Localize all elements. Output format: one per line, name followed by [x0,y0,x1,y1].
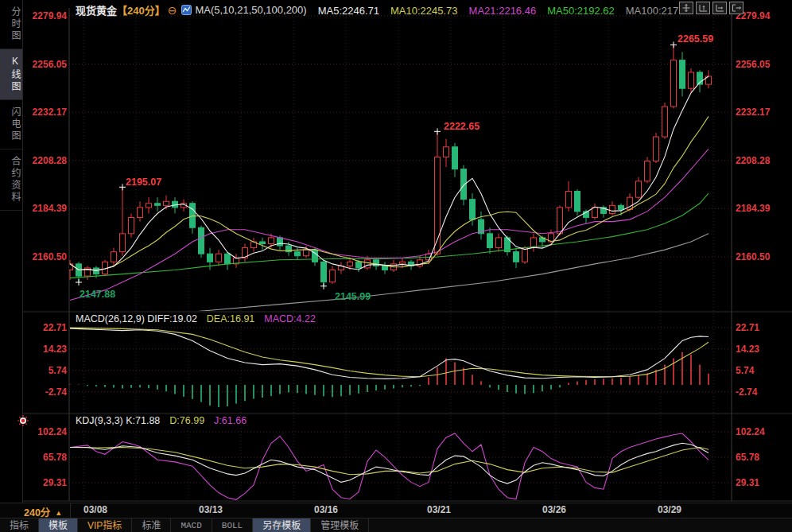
kdj-header: KDJ(9,3,3) K:71.88D:76.99J:61.66 [76,415,256,426]
svg-text:2265.59: 2265.59 [677,33,713,45]
sidebar-item-1[interactable]: K线图 [0,49,22,100]
period-text: 240分 [24,507,50,518]
svg-text:2232.17: 2232.17 [33,107,68,118]
svg-text:2222.65: 2222.65 [444,121,479,132]
svg-text:14.23: 14.23 [43,344,67,355]
svg-text:2145.99: 2145.99 [335,291,371,302]
ma-value-4: MA100:217 [626,5,679,17]
svg-text:2147.88: 2147.88 [80,289,115,300]
scale-axis-icon[interactable] [696,2,710,14]
svg-text:2256.05: 2256.05 [33,59,68,70]
svg-text:2160.50: 2160.50 [33,251,68,262]
kdj-panel-layer [70,433,709,499]
svg-text:2195.07: 2195.07 [126,177,161,188]
toolbar-item-1[interactable]: 模板 [39,518,78,532]
svg-text:2208.28: 2208.28 [736,155,771,166]
svg-text:22.71: 22.71 [43,322,67,333]
toolbar-item-0[interactable]: 指标 [0,518,39,532]
svg-text:22.71: 22.71 [736,322,759,333]
kdj-hdr-label-1: D:76.99 [169,415,204,426]
ma-lines-layer [70,76,709,316]
svg-text:29.31: 29.31 [43,477,67,488]
sidebar: 分时图K线图闪电图合约资料 [0,0,23,503]
pan-icon[interactable] [679,2,693,14]
svg-text:-2.74: -2.74 [45,386,68,398]
svg-text:2184.39: 2184.39 [33,203,68,214]
app-root: 2279.942279.942256.052256.052232.172232.… [0,0,792,532]
macd-hdr-label-0: MACD(26,12,9) DIFF:19.02 [76,313,197,324]
indicator-settings-icon[interactable] [17,414,29,427]
annotations-layer: 2195.072147.882145.992222.652265.59 [76,33,713,302]
kdj-hdr-label-2: J:61.66 [214,415,247,426]
toolbar-item-5[interactable]: BOLL [212,518,253,532]
ma-value-1: MA10:2245.73 [390,5,458,17]
date-label: 03/29 [658,504,681,515]
date-axis-divider [70,503,71,518]
chart-canvas[interactable]: 2279.942279.942256.052256.052232.172232.… [0,0,792,503]
ma-chart-icon [181,5,192,15]
ma-formula: MA(5,10,21,50,100,200) [195,4,306,16]
toolbar-item-4[interactable]: MACD [171,518,212,532]
svg-text:5.74: 5.74 [736,365,755,376]
auto-scroll-icon[interactable] [712,2,727,14]
date-label: 03/08 [83,504,107,515]
toolbar-item-3[interactable]: 标准 [132,518,171,532]
svg-text:29.31: 29.31 [736,477,759,488]
ma-value-2: MA21:2216.46 [469,5,537,17]
bottom-toolbar: 指标模板VIP指标标准MACDBOLL另存模板管理模板 [0,518,792,532]
sidebar-item-2[interactable]: 闪电图 [0,100,22,150]
macd-header: MACD(26,12,9) DIFF:19.02DEA:16.91MACD:4.… [76,313,325,324]
svg-text:65.78: 65.78 [43,452,67,463]
svg-text:2184.39: 2184.39 [736,203,771,214]
period-label: 【240分】 [117,5,165,17]
toolbar-item-7[interactable]: 管理模板 [311,518,369,532]
date-label: 03/13 [199,504,223,515]
instrument-title: 现货黄金 [76,5,117,17]
ma-values: MA5:2246.71MA10:2245.73MA21:2216.46MA50:… [307,3,679,15]
date-label: 03/26 [542,504,566,515]
svg-text:102.24: 102.24 [37,426,67,437]
date-axis: 240分▲ 03/0803/1303/1603/2103/2603/29 [0,503,792,518]
svg-text:2256.05: 2256.05 [736,59,771,70]
sidebar-item-0[interactable]: 分时图 [0,0,22,49]
svg-text:65.78: 65.78 [736,452,759,463]
ma-value-0: MA5:2246.71 [318,5,379,17]
svg-text:2279.94: 2279.94 [33,10,68,21]
svg-text:-2.74: -2.74 [736,386,758,398]
svg-text:2208.28: 2208.28 [33,155,68,166]
sidebar-item-3[interactable]: 合约资料 [0,150,22,211]
macd-hdr-label-2: MACD:4.22 [264,313,316,324]
collapse-panel-icon[interactable]: ⊖ [168,4,177,17]
toolbar-item-6[interactable]: 另存模板 [253,518,311,532]
date-label: 03/16 [314,504,338,515]
ma-value-3: MA50:2192.62 [547,5,615,17]
kdj-hdr-label-0: KDJ(9,3,3) K:71.88 [76,415,160,426]
svg-text:5.74: 5.74 [49,365,68,376]
macd-panel-layer [70,328,709,407]
svg-text:14.23: 14.23 [736,344,759,355]
toolbar-item-2[interactable]: VIP指标 [78,518,132,532]
date-label: 03/21 [427,504,451,515]
period-dropdown-arrow: ▲ [55,509,62,517]
svg-text:102.24: 102.24 [736,426,765,437]
candles-layer [68,45,712,285]
svg-text:2160.50: 2160.50 [736,251,771,262]
svg-text:2232.17: 2232.17 [736,107,771,118]
chart-header: 现货黄金【240分】⊖MA(5,10,21,50,100,200)MA5:224… [76,2,678,15]
export-chart-icon[interactable] [729,2,743,14]
chart-toolbar-icons [679,2,743,14]
macd-hdr-label-1: DEA:16.91 [207,313,254,324]
